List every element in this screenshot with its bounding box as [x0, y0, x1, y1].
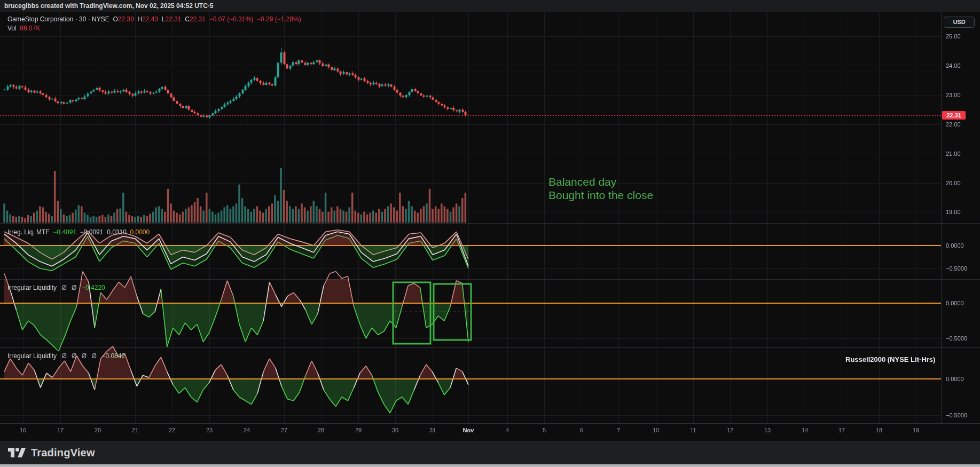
price-axis-label: −0.5000	[946, 412, 967, 418]
price-axis-label: 25.00	[946, 33, 961, 39]
window-edge	[0, 464, 980, 467]
time-axis-label: 13	[764, 427, 771, 433]
price-axis[interactable]	[941, 12, 980, 423]
mtf-value-1: −0.4091	[53, 228, 76, 236]
change-percent: −0.29 (−1.28%)	[257, 15, 301, 23]
price-axis-label: 0.0000	[946, 376, 964, 382]
time-axis-label: 20	[95, 427, 101, 433]
mtf-indicator-legend[interactable]: Irreg. Liq. MTF −0.4091 −0.0091 0.0310 0…	[7, 228, 150, 236]
time-axis-label: 31	[429, 427, 436, 433]
price-axis-label: 23.00	[946, 92, 961, 98]
time-axis-label: 6	[580, 427, 583, 433]
attribution-bar: brucegibbs created with TradingView.com,…	[0, 0, 980, 12]
time-axis-label: 12	[727, 427, 733, 433]
change-value: −0.07 (−0.31%)	[209, 15, 254, 23]
time-axis-label: 22	[169, 427, 175, 433]
liq2-value: −0.0842	[101, 352, 125, 360]
time-axis-label: 18	[876, 427, 882, 433]
time-axis-label: 11	[690, 427, 696, 433]
tradingview-chart-window: brucegibbs created with TradingView.com,…	[0, 0, 980, 467]
time-axis-label: 28	[318, 427, 324, 433]
liquidity-indicator-legend-2[interactable]: Irregular Liquidity Ø Ø Ø Ø −0.0842	[7, 352, 125, 360]
footer-bar: TradingView	[0, 441, 980, 464]
high-value: 22.43	[142, 15, 158, 23]
liq1-value: −0.4220	[82, 284, 105, 291]
mtf-value-4: 0.0000	[130, 228, 150, 236]
price-axis-label: 0.0000	[946, 300, 964, 306]
symbol-title: GameStop Corporation · 30 · NYSE	[7, 15, 109, 23]
time-axis-label: 14	[802, 427, 808, 433]
volume-value: 86.07K	[20, 25, 40, 32]
price-axis-label: 19.00	[946, 209, 961, 215]
attribution-text: brucegibbs created with TradingView.com,…	[4, 2, 213, 10]
time-axis-label: 4	[506, 427, 509, 433]
annotation-line-1: Balanced day	[548, 175, 653, 188]
time-axis-label: 17	[57, 427, 64, 433]
time-axis-label: 23	[206, 427, 213, 433]
tradingview-logo-icon[interactable]	[7, 445, 26, 461]
price-axis-label: −0.5000	[946, 265, 967, 272]
mtf-value-3: 0.0310	[107, 228, 127, 236]
liq2-title: Irregular Liquidity	[7, 352, 57, 360]
annotation-line-2: Bought into the close	[548, 188, 653, 202]
liq1-phi-symbols: Ø Ø	[61, 284, 78, 291]
time-axis-label: 24	[244, 427, 250, 433]
time-axis-label: 17	[838, 427, 845, 433]
time-axis-label: 21	[132, 427, 138, 433]
price-axis-label: 0.0000	[946, 242, 964, 249]
time-axis-label: 10	[653, 427, 659, 433]
symbol-legend[interactable]: GameStop Corporation · 30 · NYSE O22.38 …	[7, 15, 301, 23]
tradingview-logo-text[interactable]: TradingView	[31, 447, 95, 459]
close-label: C	[185, 15, 190, 23]
text-annotation[interactable]: Balanced day Bought into the close	[548, 175, 653, 202]
liq2-phi-symbols: Ø Ø Ø Ø	[61, 352, 98, 360]
time-axis-label: 29	[355, 427, 362, 433]
close-value: 22.31	[190, 15, 206, 23]
mtf-title: Irreg. Liq. MTF	[7, 228, 50, 236]
price-axis-label: 22.00	[946, 121, 961, 128]
low-value: 22.31	[166, 15, 182, 23]
time-axis-label: 30	[392, 427, 398, 433]
liquidity-indicator-legend-1[interactable]: Irregular Liquidity Ø Ø −0.4220	[7, 284, 105, 291]
open-label: O	[113, 15, 117, 23]
time-axis[interactable]	[0, 423, 980, 441]
high-label: H	[137, 15, 142, 23]
time-axis-label: 5	[543, 427, 546, 433]
price-axis-label: 21.00	[946, 151, 961, 157]
open-value: 22.38	[118, 15, 134, 23]
volume-legend[interactable]: Vol 86.07K	[7, 25, 40, 32]
time-axis-label: Nov	[463, 427, 474, 433]
price-axis-label: −0.5000	[946, 335, 967, 342]
russell2000-label: Russell2000 (NYSE Lit-Hrs)	[845, 355, 935, 363]
time-axis-label: 7	[617, 427, 620, 433]
time-axis-label: 16	[20, 427, 26, 433]
low-label: L	[162, 15, 166, 23]
time-axis-label: 27	[281, 427, 287, 433]
liq1-title: Irregular Liquidity	[7, 284, 57, 291]
mtf-value-2: −0.0091	[80, 228, 104, 236]
volume-label: Vol	[7, 25, 17, 32]
price-axis-label: 20.00	[946, 180, 961, 186]
price-axis-label: 24.00	[946, 62, 961, 69]
time-axis-label: 19	[913, 427, 919, 433]
